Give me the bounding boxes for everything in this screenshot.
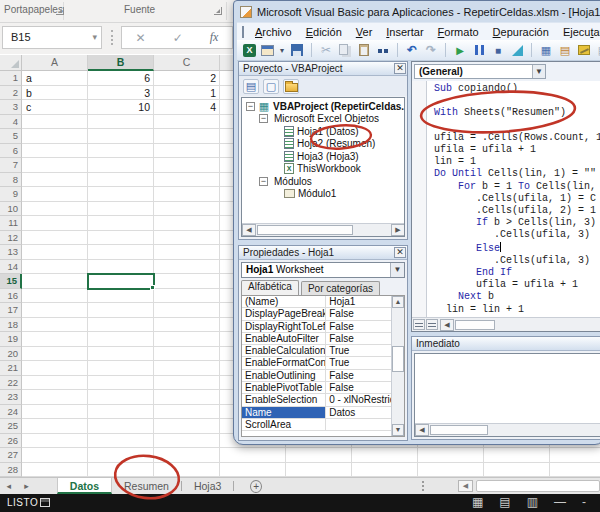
tree-item-m-dulos[interactable]: −Módulos [244, 175, 404, 188]
view-code-icon[interactable]: ▤ [243, 79, 259, 94]
expander-icon[interactable]: − [259, 114, 268, 123]
sheet-hscrollbar[interactable] [476, 480, 600, 492]
copy-icon[interactable] [337, 42, 353, 58]
menu-insertar[interactable]: Insertar [379, 26, 430, 38]
insert-function-icon[interactable]: fx [210, 30, 219, 45]
row-header-2[interactable]: 2 [0, 86, 22, 101]
chevron-down-icon[interactable]: ▼ [532, 65, 545, 78]
col-header-B[interactable]: B [88, 55, 154, 71]
excel-icon[interactable]: X [243, 44, 256, 57]
scroll-left-icon[interactable]: ◀ [415, 424, 429, 436]
row-header-15[interactable]: 15 [0, 274, 22, 289]
immediate-hscrollbar[interactable]: ◀ [415, 423, 600, 436]
reset-icon[interactable]: ■ [490, 42, 506, 58]
tree-item-hoja1-datos-[interactable]: Hoja1 (Datos) [244, 125, 404, 138]
sheet-nav-next-icon[interactable]: ▸ [18, 478, 36, 494]
find-icon[interactable] [375, 42, 391, 58]
menu-ejecutar[interactable]: Ejecutar [556, 26, 600, 38]
row-header-14[interactable]: 14 [0, 260, 22, 275]
col-header-C[interactable]: C [154, 55, 220, 71]
cell-A1[interactable]: a [22, 71, 88, 86]
formula-bar-splitter[interactable] [111, 30, 113, 45]
row-header-26[interactable]: 26 [0, 434, 22, 449]
expander-icon[interactable]: − [246, 102, 255, 111]
cell-B1[interactable]: 6 [88, 71, 154, 86]
property-row[interactable]: EnableOutliningFalse [242, 370, 404, 382]
row-header-4[interactable]: 4 [0, 115, 22, 130]
row-header-21[interactable]: 21 [0, 361, 22, 376]
name-box[interactable]: B15 ▾ [2, 26, 102, 49]
row-header-12[interactable]: 12 [0, 231, 22, 246]
immediate-input[interactable]: ◀ [414, 353, 600, 437]
cancel-icon[interactable]: ✕ [136, 31, 146, 45]
page-layout-view-icon[interactable]: ▤ [499, 495, 510, 509]
row-header-8[interactable]: 8 [0, 173, 22, 188]
tree-item-m-dulo1[interactable]: Módulo1 [244, 188, 404, 201]
row-header-25[interactable]: 25 [0, 419, 22, 434]
object-browser-icon[interactable]: ▧ [595, 42, 600, 58]
mdi-child-icon[interactable] [242, 26, 244, 38]
scroll-right-icon[interactable]: ▶ [391, 224, 405, 236]
zoom-out-icon[interactable]: — [554, 495, 566, 509]
tree-item-hoja3-hoja3-[interactable]: Hoja3 (Hoja3) [244, 150, 404, 163]
row-header-13[interactable]: 13 [0, 245, 22, 260]
full-module-view-icon[interactable] [426, 319, 438, 330]
row-header-23[interactable]: 23 [0, 390, 22, 405]
view-object-icon[interactable]: ▢ [263, 79, 279, 94]
scroll-thumb[interactable] [392, 346, 404, 372]
undo-icon[interactable]: ↶ [404, 42, 420, 58]
scroll-thumb[interactable] [455, 320, 495, 330]
tree-item-vbaproject-repetirceldas-xlsm-[interactable]: −▦VBAProject (RepetirCeldas.xlsm) [244, 100, 404, 113]
row-header-18[interactable]: 18 [0, 318, 22, 333]
row-header-19[interactable]: 19 [0, 332, 22, 347]
dialog-launcher-icon[interactable] [56, 7, 64, 15]
row-header-22[interactable]: 22 [0, 376, 22, 391]
cell-B3[interactable]: 10 [88, 100, 154, 115]
property-row[interactable]: ScrollArea [242, 419, 404, 431]
tree-item-microsoft-excel-objetos[interactable]: −Microsoft Excel Objetos [244, 113, 404, 126]
cell-A2[interactable]: b [22, 86, 88, 101]
row-header-7[interactable]: 7 [0, 158, 22, 173]
cell-A3[interactable]: c [22, 100, 88, 115]
chevron-down-icon[interactable]: ▼ [390, 263, 404, 277]
property-row[interactable]: (Name)Hoja1 [242, 296, 404, 308]
row-header-20[interactable]: 20 [0, 347, 22, 362]
normal-view-icon[interactable]: ▦ [472, 495, 483, 509]
scroll-up-icon[interactable]: ▲ [392, 296, 404, 308]
project-explorer-icon[interactable]: ▦ [538, 42, 554, 58]
properties-vscrollbar[interactable]: ▲ ▼ [391, 296, 404, 436]
tab-alfab-tica[interactable]: Alfabética [241, 280, 299, 295]
scroll-thumb[interactable] [257, 225, 353, 235]
row-header-28[interactable]: 28 [0, 463, 22, 478]
row-header-27[interactable]: 27 [0, 448, 22, 463]
dialog-launcher-icon[interactable] [214, 7, 222, 15]
page-break-preview-icon[interactable]: ▥ [527, 495, 538, 509]
row-header-16[interactable]: 16 [0, 289, 22, 304]
row-header-11[interactable]: 11 [0, 216, 22, 231]
menu-edición[interactable]: Edición [299, 26, 349, 38]
project-tree-hscrollbar[interactable]: ◀ ▶ [242, 223, 404, 236]
close-icon[interactable]: ✕ [394, 247, 406, 258]
tabbar-splitter[interactable] [422, 481, 424, 491]
scroll-left-icon[interactable]: ◀ [242, 224, 256, 236]
zoom-slider-tick[interactable]: - [582, 495, 586, 509]
property-row[interactable]: DisplayPageBreaksFalse [242, 308, 404, 320]
row-header-9[interactable]: 9 [0, 187, 22, 202]
dropdown-caret[interactable]: ▾ [278, 42, 286, 58]
expander-icon[interactable]: − [259, 177, 268, 186]
sheet-nav-prev-icon[interactable]: ◂ [0, 478, 18, 494]
macro-record-icon[interactable] [40, 498, 50, 507]
object-dropdown[interactable]: (General) ▼ [414, 64, 546, 79]
fill-handle[interactable] [150, 285, 155, 290]
tree-item-thisworkbook[interactable]: XThisWorkbook [244, 163, 404, 176]
scroll-down-icon[interactable]: ▼ [392, 424, 404, 436]
enter-icon[interactable]: ✓ [173, 31, 183, 45]
procedure-view-icon[interactable] [413, 319, 425, 330]
active-cell-selection[interactable] [87, 273, 155, 290]
run-icon[interactable]: ▶ [452, 42, 468, 58]
sheet-tab-hoja3[interactable]: Hoja3 [182, 478, 233, 494]
vbe-title-bar[interactable]: Microsoft Visual Basic para Aplicaciones… [240, 4, 600, 20]
property-row[interactable]: EnableCalculationTrue [242, 345, 404, 357]
row-header-1[interactable]: 1 [0, 71, 22, 86]
menu-depuración[interactable]: Depuración [486, 26, 556, 38]
